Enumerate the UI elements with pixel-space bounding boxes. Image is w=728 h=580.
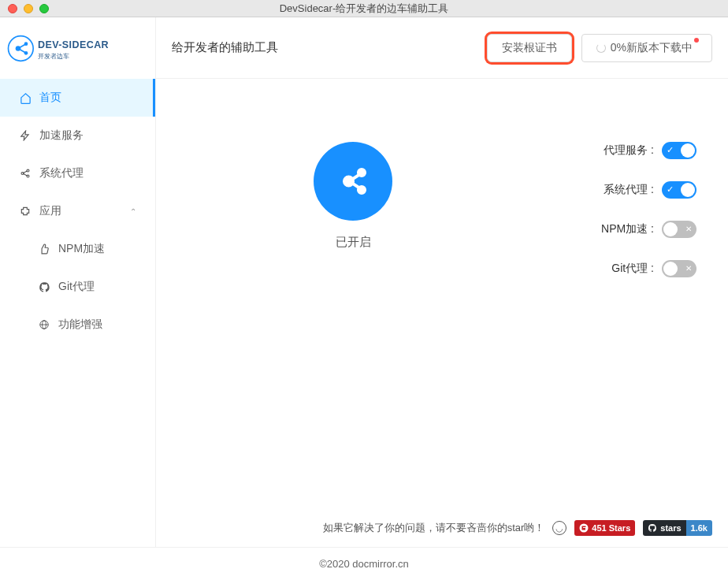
proxy-service-label: 代理服务 :	[604, 143, 654, 158]
nav-home[interactable]: 首页	[0, 79, 155, 117]
header: 给开发者的辅助工具 安装根证书 0%新版本下载中	[156, 17, 728, 79]
titlebar: DevSidecar-给开发者的边车辅助工具	[0, 0, 728, 17]
footer-message: 如果它解决了你的问题，请不要吝啬你的star哟！	[323, 521, 545, 535]
nav-enhance-label: 功能增强	[58, 318, 136, 332]
traffic-lights	[0, 4, 49, 13]
nav-apps-label: 应用	[39, 204, 130, 218]
nav-apps[interactable]: 应用 ⌃	[0, 192, 155, 230]
svg-line-19	[351, 174, 360, 180]
nav-accel[interactable]: 加速服务	[0, 117, 155, 154]
svg-text:DEV-SIDECAR: DEV-SIDECAR	[38, 39, 109, 50]
copyright: ©2020 docmirror.cn	[0, 547, 728, 580]
nav-npm[interactable]: NPM加速	[19, 230, 155, 268]
proxy-service-switch[interactable]	[662, 142, 696, 159]
loading-icon	[596, 43, 606, 53]
nav-accel-label: 加速服务	[39, 128, 136, 143]
nav-npm-label: NPM加速	[58, 242, 136, 256]
gitee-stars: 451 Stars	[592, 523, 630, 533]
status-label: 已开启	[336, 235, 371, 250]
github-label: stars	[660, 523, 681, 533]
svg-line-20	[351, 183, 360, 188]
svg-line-11	[24, 171, 28, 173]
window-title: DevSidecar-给开发者的边车辅助工具	[280, 2, 449, 16]
chevron-up-icon: ⌃	[130, 207, 136, 216]
toggle-panel: 代理服务 : 系统代理 : NPM加速 : Git代理 :	[518, 126, 696, 493]
download-button[interactable]: 0%新版本下载中	[581, 34, 712, 62]
npm-accel-label: NPM加速 :	[601, 222, 654, 236]
svg-text:开发者边车: 开发者边车	[38, 52, 69, 60]
page-title: 给开发者的辅助工具	[172, 40, 487, 55]
install-cert-label: 安装根证书	[502, 41, 557, 55]
install-cert-button[interactable]: 安装根证书	[487, 34, 572, 62]
globe-icon	[38, 318, 50, 331]
system-proxy-switch[interactable]	[662, 181, 696, 199]
status-circle[interactable]	[314, 142, 392, 221]
home-icon	[19, 91, 32, 104]
nav: 首页 加速服务 系统代理	[0, 79, 155, 547]
notification-dot-icon	[694, 38, 699, 43]
nav-sysproxy-label: 系统代理	[39, 166, 136, 180]
github-icon	[38, 281, 50, 293]
footer-info: 如果它解决了你的问题，请不要吝啬你的star哟！ ◡ 451 Stars sta…	[156, 509, 728, 547]
git-proxy-switch[interactable]	[662, 260, 696, 277]
nav-enhance[interactable]: 功能增强	[19, 306, 155, 344]
github-badge[interactable]: stars 1.6k	[643, 520, 712, 536]
lightning-icon	[19, 129, 32, 142]
plugin-icon	[19, 205, 32, 217]
sidebar: DEV-SIDECAR 开发者边车 首页 加速服务	[0, 17, 156, 547]
logo: DEV-SIDECAR 开发者边车	[0, 17, 155, 79]
close-window[interactable]	[8, 4, 17, 13]
github-stars: 1.6k	[686, 520, 712, 536]
nav-sysproxy[interactable]: 系统代理	[0, 154, 155, 192]
status-panel: 已开启	[188, 126, 518, 493]
share-icon	[19, 167, 32, 180]
npm-accel-switch[interactable]	[662, 221, 696, 238]
smile-icon: ◡	[552, 521, 566, 535]
system-proxy-label: 系统代理 :	[604, 183, 654, 197]
maximize-window[interactable]	[39, 4, 49, 13]
minimize-window[interactable]	[24, 4, 33, 13]
download-label: 0%新版本下载中	[611, 41, 693, 55]
main: 给开发者的辅助工具 安装根证书 0%新版本下载中	[156, 17, 728, 547]
nav-git-label: Git代理	[58, 280, 136, 294]
svg-line-12	[24, 174, 28, 176]
nav-git[interactable]: Git代理	[19, 268, 155, 306]
nav-home-label: 首页	[39, 91, 136, 105]
thumbs-up-icon	[38, 243, 50, 255]
git-proxy-label: Git代理 :	[611, 262, 654, 276]
gitee-badge[interactable]: 451 Stars	[574, 520, 635, 536]
